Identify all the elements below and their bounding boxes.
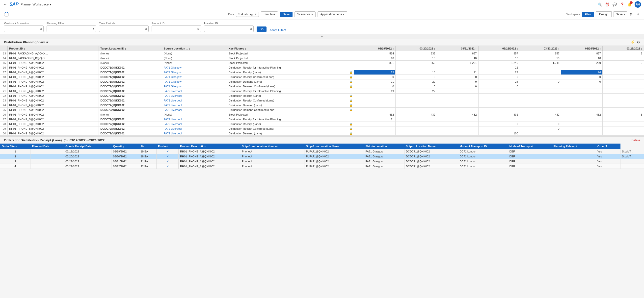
notification-icon[interactable]: 🔔1 [627,2,632,7]
cell-d24[interactable]: 0 [561,79,602,84]
table-row[interactable]: 17 RH01_PHONE_A@QKK002 DCDC71@QKK002 FA7… [0,70,644,75]
goods-receipt-cell[interactable]: 03/19/2022 [112,149,139,154]
avatar[interactable]: RH [634,1,641,8]
cell-d21[interactable]: 21 [437,70,478,75]
col-d19[interactable]: 03/19/2022 ↕ [354,46,396,51]
cell-d19[interactable]: 19 [354,70,396,75]
orders-row[interactable]: 2 03/20/2022 03/20/2022 18 EA ✓ RH01_PHO… [0,154,644,159]
title-dropdown-icon[interactable]: ▾ [50,2,51,6]
cell-d20[interactable]: 10 [396,56,437,61]
cell-d21[interactable]: -857 [437,51,478,56]
col-d20[interactable]: 03/20/2022 ↕ [396,46,437,51]
cell-d19[interactable]: 0 [354,75,396,79]
cell-d22[interactable]: 0 [478,84,520,89]
col-d24[interactable]: 03/24/2022 ↕ [561,46,602,51]
go-button[interactable]: Go [256,26,266,32]
cell-d21[interactable]: 0 [437,79,478,84]
planned-date-cell[interactable]: 03/20/2022 [64,154,112,159]
cell-d24[interactable]: 269 [561,61,602,65]
table-row[interactable]: 26 RH01_PHONE_B@QKK002 (None) (None) Sto… [0,112,644,117]
table-row[interactable]: 25 RH01_PHONE_A@QKK002 DCDC72@QKK002 FA7… [0,108,644,112]
col-product-id[interactable]: Product ID ↕ [8,46,99,51]
chat-icon[interactable]: 💬 [612,2,617,7]
cell-d21[interactable]: 432 [437,112,478,117]
cell-d22[interactable]: -857 [478,51,520,56]
cell-d19[interactable]: 801 [354,61,396,65]
table-row[interactable]: 27 RH01_PHONE_B@QKK002 DCDC72@QKK002 FA7… [0,117,644,122]
table-row[interactable]: 24 RH01_PHONE_A@QKK002 DCDC72@QKK002 FA7… [0,103,644,108]
col-d21[interactable]: 03/21/2022 ↕ [437,46,478,51]
table-row[interactable]: 13 RH01_PACKAGING_A@QKK... (None) (None)… [0,51,644,56]
cell-d21[interactable]: 0 [437,84,478,89]
cell-d20[interactable]: 0 [396,75,437,79]
cell-d20[interactable]: 432 [396,112,437,117]
cell-d24[interactable]: 24 [561,70,602,75]
cell-d20[interactable]: 0 [396,84,437,89]
planned-date-cell[interactable]: 03/19/2022 [64,149,112,154]
cell-d25[interactable]: 5 [602,112,644,117]
orders-row[interactable]: 3 03/21/2022 03/21/2022 21 EA ✓ RH01_PHO… [0,159,644,164]
time-periods-input[interactable]: ⧉ [99,25,148,32]
col-target-location[interactable]: Target Location ID ↕ [99,46,162,51]
delete-link[interactable]: Delete [631,139,640,142]
cell-d23[interactable]: 1,245 [520,61,561,65]
cell-d19[interactable]: 11 [354,117,396,122]
cell-d22[interactable]: 12 [478,65,520,70]
cell-d20[interactable]: 18 [396,70,437,75]
cell-d22[interactable]: 10 [478,56,520,61]
simulate-button[interactable]: Simulate [261,11,278,17]
table-row[interactable]: 23 RH01_PHONE_A@QKK002 DCDC72@QKK002 FA7… [0,98,644,103]
cell-d22[interactable]: 100 [478,131,520,135]
save-button[interactable]: Save [280,12,292,17]
cell-d23[interactable]: 432 [520,112,561,117]
cell-d20[interactable]: -835 [396,51,437,56]
cell-d19[interactable]: 432 [354,112,396,117]
orders-row[interactable]: 1 03/19/2022 03/19/2022 19 EA ✓ RH01_PHO… [0,149,644,154]
filter-icon[interactable]: ⚡ [630,40,635,44]
col-source-location[interactable]: Source Location ... ↕ [162,46,227,51]
clock-icon[interactable]: ⏰ [605,2,609,7]
goods-receipt-cell[interactable]: 03/20/2022 [112,154,139,159]
cell-d19[interactable]: 0 [354,84,396,89]
cell-d20[interactable]: 859 [396,61,437,65]
cell-d22[interactable]: 24 [478,79,520,84]
planned-date-cell[interactable]: 03/22/2022 [64,164,112,169]
cell-d23[interactable]: 0 [520,126,561,131]
cell-d19[interactable]: 19 [354,89,396,94]
versions-input[interactable]: ⧉ [4,25,44,32]
scenarios-button[interactable]: Scenarios ▾ [294,11,316,17]
cell-d20[interactable]: 22 [396,89,437,94]
collapse-arrow[interactable]: ▲ [0,34,644,39]
table-row[interactable]: 14 RH01_PACKAGING_B@QKK... (None) (None)… [0,56,644,61]
orders-row[interactable]: 4 03/22/2022 03/22/2022 22 EA ✓ RH01_PHO… [0,164,644,169]
goods-receipt-cell[interactable]: 03/21/2022 [112,159,139,164]
table-row[interactable]: 22 RH01_PHONE_A@QKK002 DCDC72@QKK002 FA7… [0,94,644,98]
table-row[interactable]: 28 RH01_PHONE_B@QKK002 DCDC72@QKK002 FA7… [0,122,644,126]
table-row[interactable]: 16 RH01_PHONE_A@QKK002 DCDC71@QKK002 FA7… [0,65,644,70]
plan-button[interactable]: Plan [582,12,594,17]
col-d22[interactable]: 03/22/2022 ↕ [478,46,520,51]
cell-d23[interactable]: 0 [520,79,561,84]
cell-d22[interactable]: 0 [478,122,520,126]
cell-d22[interactable]: 1,245 [478,61,520,65]
col-d23[interactable]: 03/23/2022 ↕ [520,46,561,51]
ws-save-button[interactable]: Save ▾ [614,11,627,17]
cell-d21[interactable]: 10 [437,56,478,61]
location-id-input[interactable]: ⧉ [204,25,254,32]
cell-d24[interactable]: 0 [561,75,602,79]
cell-d19[interactable]: 21 [354,79,396,84]
cell-d22[interactable]: 432 [478,112,520,117]
adapt-filters-link[interactable]: Adapt Filters [270,28,286,32]
cell-d23[interactable]: 10 [520,56,561,61]
cell-d23[interactable]: 0 [520,122,561,126]
back-icon[interactable]: ← [3,2,8,7]
table-row[interactable]: 19 RH01_PHONE_A@QKK002 DCDC71@QKK002 FA7… [0,79,644,84]
table-row[interactable]: 20 RH01_PHONE_A@QKK002 DCDC71@QKK002 FA7… [0,84,644,89]
cell-d25[interactable]: 2 [602,61,644,65]
cell-d24[interactable]: 10 [561,56,602,61]
cell-d24[interactable]: 432 [561,112,602,117]
cell-d22[interactable]: 0 [478,75,520,79]
col-d25[interactable]: 03/25/2022 ↕ [602,46,644,51]
planning-filter-input[interactable]: ▾ [46,25,96,32]
table-row[interactable]: 21 RH01_PHONE_A@QKK002 DCDC72@QKK002 FA7… [0,89,644,94]
